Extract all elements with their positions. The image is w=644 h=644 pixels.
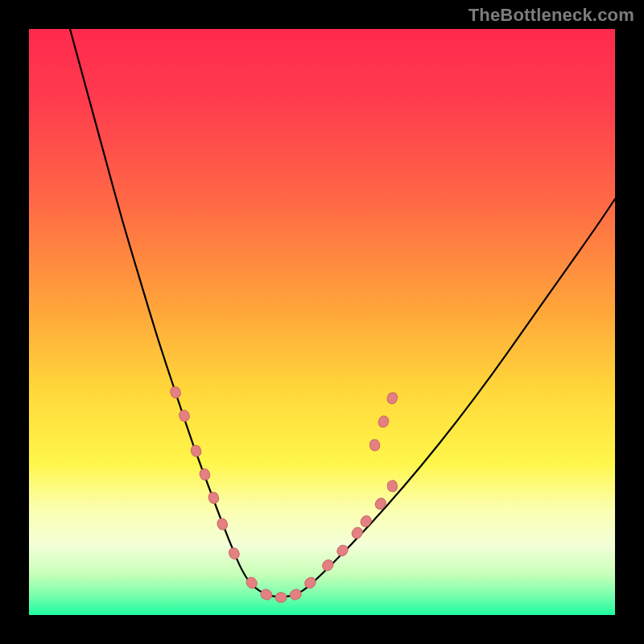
bottleneck-curve	[29, 29, 615, 615]
chart-container: TheBottleneck.com	[0, 0, 644, 644]
watermark-text: TheBottleneck.com	[469, 5, 634, 26]
